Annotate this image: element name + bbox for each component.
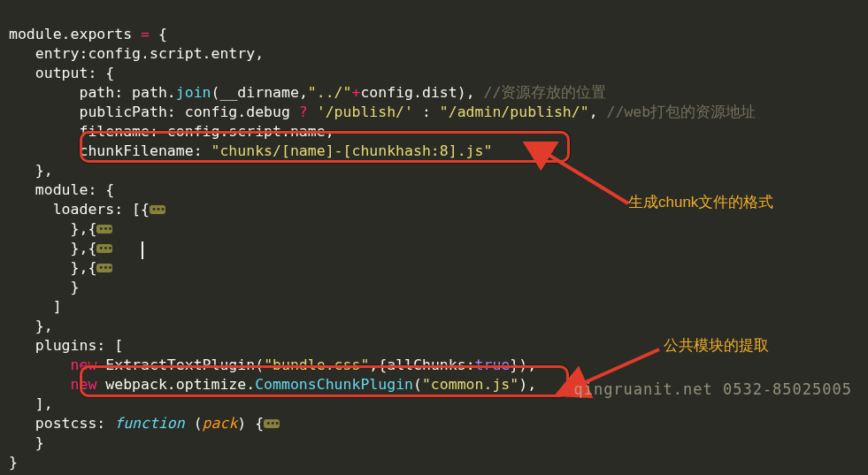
fold-icon[interactable] — [96, 264, 112, 272]
code-line: } — [9, 434, 44, 451]
text-cursor — [142, 241, 143, 259]
code-line: },{ — [9, 220, 112, 237]
code-line: entry:config.script.entry, — [9, 45, 264, 62]
watermark-text: qingruanit.net 0532-85025005 — [573, 379, 852, 399]
annotation-label-2: 公共模块的提取 — [664, 336, 769, 356]
fold-icon[interactable] — [264, 419, 280, 428]
code-line: ], — [9, 395, 53, 412]
fold-icon[interactable] — [150, 205, 165, 214]
code-line: output: { — [9, 65, 114, 81]
fold-icon[interactable] — [96, 244, 112, 253]
code-line: module.exports = { — [9, 26, 167, 42]
fold-icon[interactable] — [96, 225, 112, 234]
code-line: loaders: [{ — [9, 201, 165, 218]
code-line: module: { — [9, 181, 114, 198]
code-line: new webpack.optimize.CommonsChunkPlugin(… — [9, 376, 536, 393]
code-line: filename: config.script.name, — [9, 123, 334, 140]
code-line: },{ — [9, 259, 112, 276]
code-line: new ExtractTextPlugin("bundle.css",{allC… — [9, 356, 536, 373]
code-line: }, — [9, 318, 53, 334]
code-line: publicPath: config.debug ? '/publish/' :… — [9, 103, 756, 120]
code-line: path: path.join(__dirname,"../"+config.d… — [9, 84, 606, 101]
code-line: plugins: [ — [9, 337, 123, 354]
code-line: } — [9, 279, 79, 295]
code-editor[interactable]: module.exports = { entry:config.script.e… — [0, 0, 868, 472]
code-line: postcss: function (pack) { — [9, 415, 280, 432]
code-line: } — [9, 454, 18, 471]
annotation-label-1: 生成chunk文件的格式 — [628, 193, 773, 212]
code-line: },{ — [9, 240, 112, 257]
code-line: }, — [9, 162, 53, 179]
code-line: chunkFilename: "chunks/[name]-[chunkhash… — [9, 142, 492, 159]
code-line: ] — [9, 298, 62, 315]
